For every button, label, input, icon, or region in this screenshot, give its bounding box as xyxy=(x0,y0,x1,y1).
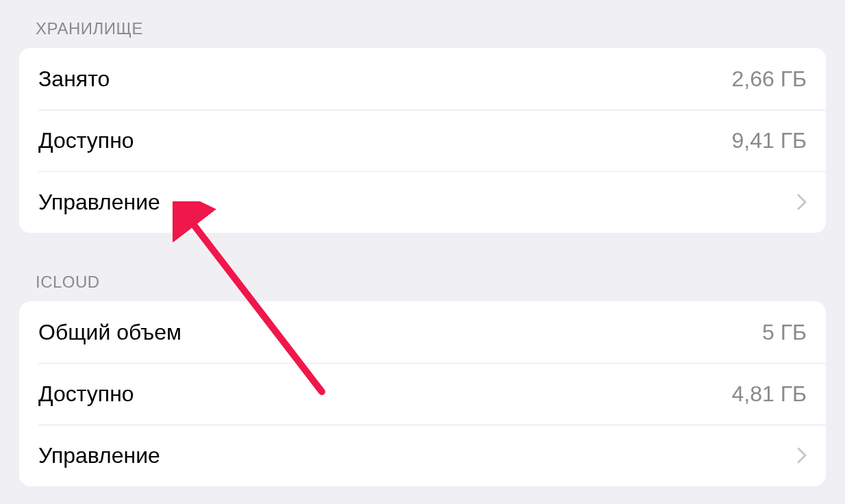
icloud-manage-row[interactable]: Управление xyxy=(19,425,826,486)
icloud-card: Общий объем 5 ГБ Доступно 4,81 ГБ Управл… xyxy=(19,301,826,486)
storage-available-row: Доступно 9,41 ГБ xyxy=(19,110,826,171)
storage-manage-label: Управление xyxy=(38,190,160,215)
icloud-section-header: ICLOUD xyxy=(19,253,826,301)
icloud-available-label: Доступно xyxy=(38,381,134,407)
storage-manage-row[interactable]: Управление xyxy=(19,171,826,233)
storage-card: Занято 2,66 ГБ Доступно 9,41 ГБ Управлен… xyxy=(19,48,826,233)
storage-used-row: Занято 2,66 ГБ xyxy=(19,48,826,110)
storage-used-value: 2,66 ГБ xyxy=(732,66,807,92)
storage-section-header: ХРАНИЛИЩЕ xyxy=(19,0,826,48)
icloud-total-label: Общий объем xyxy=(38,320,181,345)
storage-used-label: Занято xyxy=(38,66,110,92)
chevron-right-icon xyxy=(797,194,807,210)
icloud-total-value: 5 ГБ xyxy=(762,320,807,345)
icloud-total-row: Общий объем 5 ГБ xyxy=(19,301,826,363)
chevron-right-icon xyxy=(797,447,807,464)
storage-available-label: Доступно xyxy=(38,128,134,153)
icloud-manage-label: Управление xyxy=(38,443,160,468)
icloud-available-value: 4,81 ГБ xyxy=(732,381,807,407)
icloud-available-row: Доступно 4,81 ГБ xyxy=(19,363,826,425)
storage-available-value: 9,41 ГБ xyxy=(732,128,807,153)
